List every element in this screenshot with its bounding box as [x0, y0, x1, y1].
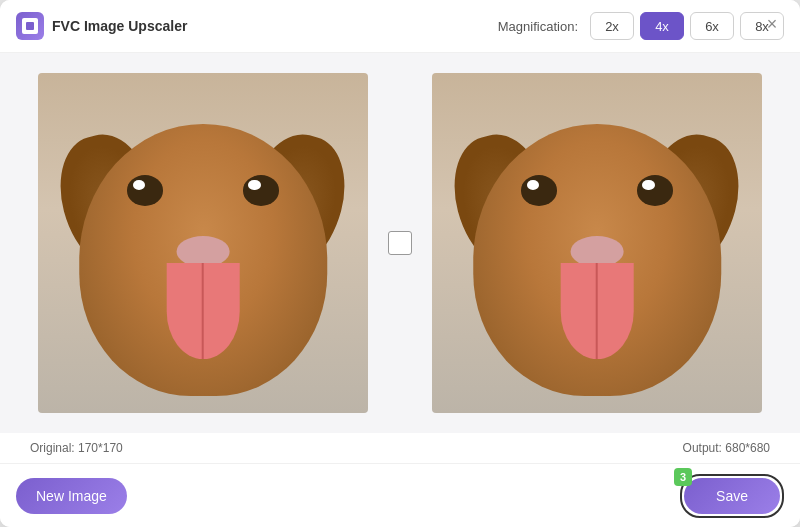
mag-2x-button[interactable]: 2x	[590, 12, 634, 40]
save-area: 3 Save	[680, 474, 784, 518]
save-button[interactable]: Save	[684, 478, 780, 514]
output-dog-image	[432, 73, 762, 413]
status-bar: Original: 170*170 Output: 680*680	[0, 433, 800, 463]
save-badge: 3	[674, 468, 692, 486]
new-image-button[interactable]: New Image	[16, 478, 127, 514]
mag-6x-button[interactable]: 6x	[690, 12, 734, 40]
original-size-label: Original: 170*170	[30, 441, 123, 455]
output-size-label: Output: 680*680	[683, 441, 770, 455]
titlebar: FVC Image Upscaler Magnification: 2x 4x …	[0, 0, 800, 53]
original-image-panel	[38, 73, 368, 413]
compare-icon	[388, 231, 412, 255]
original-dog-image	[38, 73, 368, 413]
app-logo	[16, 12, 44, 40]
magnification-buttons: 2x 4x 6x 8x	[590, 12, 784, 40]
save-button-wrapper: Save	[680, 474, 784, 518]
mag-4x-button[interactable]: 4x	[640, 12, 684, 40]
main-content	[0, 53, 800, 433]
bottom-bar: New Image 3 Save	[0, 463, 800, 527]
output-image-panel	[432, 73, 762, 413]
close-button[interactable]: ×	[760, 12, 784, 36]
main-window: FVC Image Upscaler Magnification: 2x 4x …	[0, 0, 800, 527]
magnification-label: Magnification:	[498, 19, 578, 34]
app-title: FVC Image Upscaler	[52, 18, 187, 34]
